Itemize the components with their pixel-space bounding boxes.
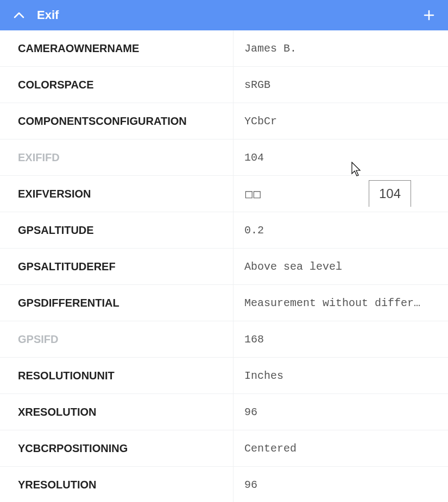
chevron-up-icon — [14, 11, 24, 19]
exif-key: COLORSPACE — [0, 67, 234, 103]
exif-value: Inches — [234, 358, 448, 393]
tooltip: 104 — [369, 180, 411, 207]
exif-value: 104 — [234, 139, 448, 175]
exif-key: EXIFVERSION — [0, 176, 234, 212]
exif-value: 96 — [234, 394, 448, 430]
exif-value: 168 — [234, 321, 448, 357]
exif-value: YCbCr — [234, 103, 448, 139]
exif-row[interactable]: YCBCRPOSITIONINGCentered — [0, 430, 448, 467]
exif-key: YRESOLUTION — [0, 467, 234, 502]
collapse-toggle[interactable] — [11, 7, 27, 23]
exif-key: GPSIFD — [0, 321, 234, 357]
exif-row[interactable]: YRESOLUTION96 — [0, 467, 448, 502]
exif-key: RESOLUTIONUNIT — [0, 358, 234, 393]
exif-key: GPSDIFFERENTIAL — [0, 285, 234, 321]
exif-row[interactable]: GPSIFD168 — [0, 321, 448, 358]
add-button[interactable] — [421, 7, 437, 23]
exif-key: YCBCRPOSITIONING — [0, 430, 234, 466]
exif-value: 96 — [234, 467, 448, 502]
exif-row[interactable]: COMPONENTSCONFIGURATIONYCbCr — [0, 103, 448, 139]
exif-rows: CAMERAOWNERNAMEJames B.COLORSPACEsRGBCOM… — [0, 30, 448, 502]
exif-key: GPSALTITUDE — [0, 212, 234, 248]
exif-key: GPSALTITUDEREF — [0, 249, 234, 284]
exif-row[interactable]: GPSALTITUDEREFAbove sea level — [0, 249, 448, 285]
panel-header: Exif — [0, 0, 448, 30]
exif-value: Centered — [234, 430, 448, 466]
exif-row[interactable]: COLORSPACEsRGB — [0, 67, 448, 103]
exif-value: Measurement without differ… — [234, 285, 448, 321]
exif-row[interactable]: RESOLUTIONUNITInches — [0, 358, 448, 394]
exif-value: ◻◻ — [234, 176, 448, 212]
exif-key: COMPONENTSCONFIGURATION — [0, 103, 234, 139]
exif-row[interactable]: EXIFIFD104 — [0, 139, 448, 176]
exif-value: James B. — [234, 30, 448, 66]
exif-key: XRESOLUTION — [0, 394, 234, 430]
exif-key: EXIFIFD — [0, 139, 234, 175]
plus-icon — [424, 10, 434, 21]
exif-row[interactable]: XRESOLUTION96 — [0, 394, 448, 430]
panel-title: Exif — [37, 8, 421, 22]
exif-row[interactable]: CAMERAOWNERNAMEJames B. — [0, 30, 448, 67]
exif-value: Above sea level — [234, 249, 448, 284]
exif-value: sRGB — [234, 67, 448, 103]
exif-value: 0.2 — [234, 212, 448, 248]
tooltip-value: 104 — [379, 186, 401, 201]
exif-row[interactable]: GPSDIFFERENTIALMeasurement without diffe… — [0, 285, 448, 321]
exif-row[interactable]: GPSALTITUDE0.2 — [0, 212, 448, 249]
exif-key: CAMERAOWNERNAME — [0, 30, 234, 66]
